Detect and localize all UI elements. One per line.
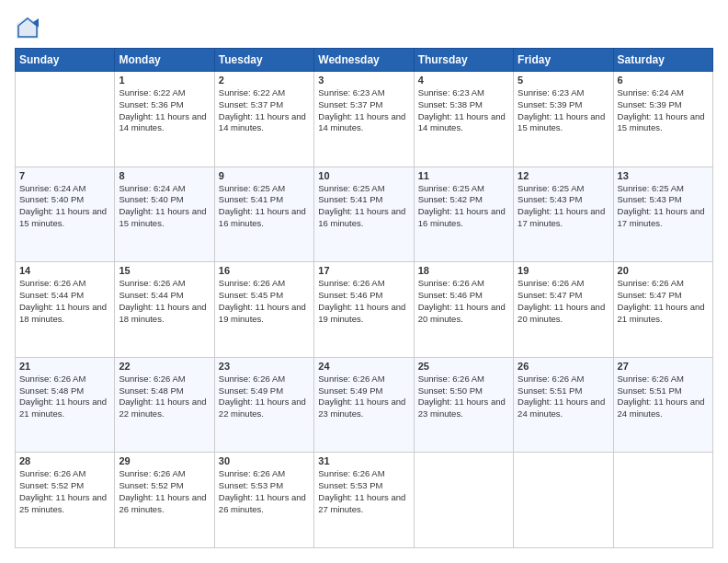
day-number: 1 (119, 75, 210, 86)
day-number: 27 (618, 361, 709, 372)
weekday-header-row: SundayMondayTuesdayWednesdayThursdayFrid… (16, 49, 713, 72)
day-info: Sunrise: 6:22 AMSunset: 5:37 PMDaylight:… (219, 87, 310, 134)
day-info: Sunrise: 6:24 AMSunset: 5:40 PMDaylight:… (119, 183, 210, 230)
calendar-cell: 6Sunrise: 6:24 AMSunset: 5:39 PMDaylight… (613, 72, 712, 167)
calendar-cell: 11Sunrise: 6:25 AMSunset: 5:42 PMDayligh… (414, 167, 513, 262)
day-number: 21 (19, 361, 110, 372)
day-info: Sunrise: 6:26 AMSunset: 5:44 PMDaylight:… (119, 278, 210, 325)
day-number: 28 (19, 455, 110, 466)
day-number: 5 (518, 75, 609, 86)
day-info: Sunrise: 6:26 AMSunset: 5:46 PMDaylight:… (318, 278, 409, 325)
calendar-cell: 2Sunrise: 6:22 AMSunset: 5:37 PMDaylight… (214, 72, 313, 167)
day-info: Sunrise: 6:26 AMSunset: 5:44 PMDaylight:… (19, 278, 110, 325)
day-number: 16 (219, 265, 310, 276)
day-info: Sunrise: 6:25 AMSunset: 5:42 PMDaylight:… (418, 183, 509, 230)
calendar-cell: 9Sunrise: 6:25 AMSunset: 5:41 PMDaylight… (214, 167, 313, 262)
calendar-cell: 30Sunrise: 6:26 AMSunset: 5:53 PMDayligh… (214, 453, 313, 548)
day-number: 3 (318, 75, 409, 86)
day-number: 14 (19, 265, 110, 276)
day-info: Sunrise: 6:24 AMSunset: 5:40 PMDaylight:… (19, 183, 110, 230)
weekday-header: Tuesday (214, 49, 313, 72)
weekday-header: Wednesday (314, 49, 414, 72)
day-number: 30 (219, 455, 310, 466)
calendar-cell: 21Sunrise: 6:26 AMSunset: 5:48 PMDayligh… (16, 357, 115, 453)
day-number: 24 (318, 361, 409, 372)
day-number: 4 (418, 75, 509, 86)
calendar-cell: 20Sunrise: 6:26 AMSunset: 5:47 PMDayligh… (613, 262, 712, 358)
logo-icon (15, 15, 40, 40)
day-info: Sunrise: 6:26 AMSunset: 5:51 PMDaylight:… (518, 373, 609, 420)
day-number: 8 (119, 170, 210, 181)
calendar-cell: 4Sunrise: 6:23 AMSunset: 5:38 PMDaylight… (414, 72, 513, 167)
calendar-cell: 31Sunrise: 6:26 AMSunset: 5:53 PMDayligh… (314, 453, 414, 548)
day-info: Sunrise: 6:26 AMSunset: 5:50 PMDaylight:… (418, 373, 509, 420)
calendar-cell: 19Sunrise: 6:26 AMSunset: 5:47 PMDayligh… (514, 262, 613, 358)
calendar-cell: 16Sunrise: 6:26 AMSunset: 5:45 PMDayligh… (214, 262, 313, 358)
calendar-cell: 3Sunrise: 6:23 AMSunset: 5:37 PMDaylight… (314, 72, 414, 167)
day-info: Sunrise: 6:26 AMSunset: 5:53 PMDaylight:… (318, 468, 409, 515)
weekday-header: Thursday (414, 49, 513, 72)
calendar-cell: 14Sunrise: 6:26 AMSunset: 5:44 PMDayligh… (16, 262, 115, 358)
day-info: Sunrise: 6:26 AMSunset: 5:45 PMDaylight:… (219, 278, 310, 325)
calendar-cell: 13Sunrise: 6:25 AMSunset: 5:43 PMDayligh… (613, 167, 712, 262)
day-info: Sunrise: 6:23 AMSunset: 5:39 PMDaylight:… (518, 87, 609, 134)
day-number: 25 (418, 361, 509, 372)
day-number: 26 (518, 361, 609, 372)
day-info: Sunrise: 6:26 AMSunset: 5:46 PMDaylight:… (418, 278, 509, 325)
page: SundayMondayTuesdayWednesdayThursdayFrid… (0, 0, 728, 563)
header (15, 15, 713, 40)
day-info: Sunrise: 6:22 AMSunset: 5:36 PMDaylight:… (119, 87, 210, 134)
calendar-cell: 5Sunrise: 6:23 AMSunset: 5:39 PMDaylight… (514, 72, 613, 167)
calendar-cell (414, 453, 513, 548)
calendar-cell: 26Sunrise: 6:26 AMSunset: 5:51 PMDayligh… (514, 357, 613, 453)
day-info: Sunrise: 6:26 AMSunset: 5:47 PMDaylight:… (518, 278, 609, 325)
day-info: Sunrise: 6:26 AMSunset: 5:53 PMDaylight:… (219, 468, 310, 515)
day-info: Sunrise: 6:26 AMSunset: 5:52 PMDaylight:… (19, 468, 110, 515)
day-info: Sunrise: 6:26 AMSunset: 5:48 PMDaylight:… (19, 373, 110, 420)
calendar-cell: 8Sunrise: 6:24 AMSunset: 5:40 PMDaylight… (115, 167, 214, 262)
calendar-week-row: 21Sunrise: 6:26 AMSunset: 5:48 PMDayligh… (16, 357, 713, 453)
calendar-cell: 7Sunrise: 6:24 AMSunset: 5:40 PMDaylight… (16, 167, 115, 262)
calendar-week-row: 28Sunrise: 6:26 AMSunset: 5:52 PMDayligh… (16, 453, 713, 548)
day-number: 11 (418, 170, 509, 181)
day-info: Sunrise: 6:26 AMSunset: 5:52 PMDaylight:… (119, 468, 210, 515)
day-number: 9 (219, 170, 310, 181)
day-number: 13 (618, 170, 709, 181)
day-info: Sunrise: 6:26 AMSunset: 5:49 PMDaylight:… (219, 373, 310, 420)
logo (15, 15, 44, 40)
day-info: Sunrise: 6:25 AMSunset: 5:43 PMDaylight:… (618, 183, 709, 230)
calendar-cell: 17Sunrise: 6:26 AMSunset: 5:46 PMDayligh… (314, 262, 414, 358)
day-info: Sunrise: 6:23 AMSunset: 5:38 PMDaylight:… (418, 87, 509, 134)
day-info: Sunrise: 6:26 AMSunset: 5:51 PMDaylight:… (618, 373, 709, 420)
calendar-cell: 23Sunrise: 6:26 AMSunset: 5:49 PMDayligh… (214, 357, 313, 453)
calendar-cell: 27Sunrise: 6:26 AMSunset: 5:51 PMDayligh… (613, 357, 712, 453)
day-info: Sunrise: 6:25 AMSunset: 5:41 PMDaylight:… (318, 183, 409, 230)
day-number: 7 (19, 170, 110, 181)
calendar-cell: 1Sunrise: 6:22 AMSunset: 5:36 PMDaylight… (115, 72, 214, 167)
calendar-cell (514, 453, 613, 548)
calendar-week-row: 7Sunrise: 6:24 AMSunset: 5:40 PMDaylight… (16, 167, 713, 262)
calendar-cell: 28Sunrise: 6:26 AMSunset: 5:52 PMDayligh… (16, 453, 115, 548)
calendar-cell: 10Sunrise: 6:25 AMSunset: 5:41 PMDayligh… (314, 167, 414, 262)
svg-marker-0 (17, 17, 39, 39)
day-info: Sunrise: 6:26 AMSunset: 5:49 PMDaylight:… (318, 373, 409, 420)
day-number: 31 (318, 455, 409, 466)
day-info: Sunrise: 6:23 AMSunset: 5:37 PMDaylight:… (318, 87, 409, 134)
day-info: Sunrise: 6:24 AMSunset: 5:39 PMDaylight:… (618, 87, 709, 134)
day-number: 23 (219, 361, 310, 372)
day-number: 15 (119, 265, 210, 276)
day-number: 17 (318, 265, 409, 276)
calendar-cell: 15Sunrise: 6:26 AMSunset: 5:44 PMDayligh… (115, 262, 214, 358)
calendar-cell: 12Sunrise: 6:25 AMSunset: 5:43 PMDayligh… (514, 167, 613, 262)
weekday-header: Monday (115, 49, 214, 72)
calendar-cell: 25Sunrise: 6:26 AMSunset: 5:50 PMDayligh… (414, 357, 513, 453)
day-number: 6 (618, 75, 709, 86)
day-number: 12 (518, 170, 609, 181)
day-info: Sunrise: 6:25 AMSunset: 5:41 PMDaylight:… (219, 183, 310, 230)
day-info: Sunrise: 6:26 AMSunset: 5:48 PMDaylight:… (119, 373, 210, 420)
weekday-header: Sunday (16, 49, 115, 72)
day-number: 10 (318, 170, 409, 181)
calendar-cell: 18Sunrise: 6:26 AMSunset: 5:46 PMDayligh… (414, 262, 513, 358)
calendar-cell (613, 453, 712, 548)
day-number: 2 (219, 75, 310, 86)
